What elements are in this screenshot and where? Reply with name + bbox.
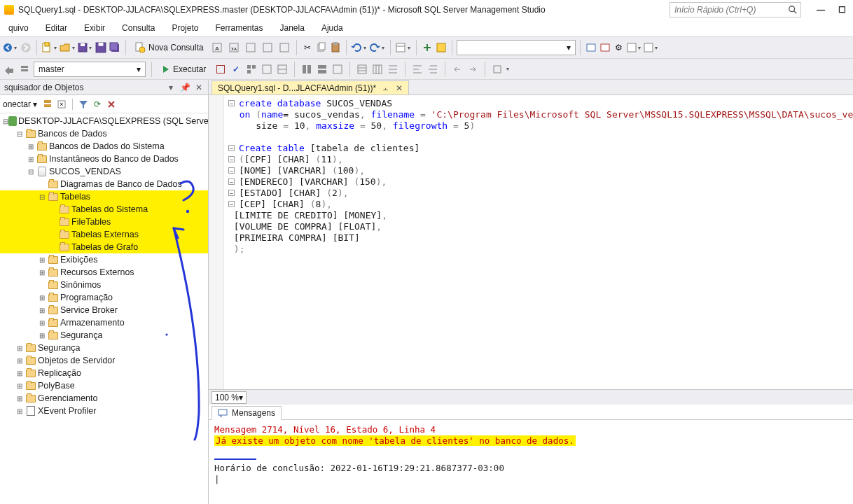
close-icon[interactable]: ✕	[194, 83, 204, 92]
tree-item[interactable]: Tabelas do Sistema	[0, 203, 208, 216]
undo-dd[interactable]: ▾	[351, 43, 368, 52]
tree-item[interactable]: FileTables	[0, 216, 208, 228]
tb-icon[interactable]	[371, 63, 384, 76]
tb-icon[interactable]	[491, 63, 504, 76]
cut-icon[interactable]: ✂	[301, 41, 314, 54]
minimize-button[interactable]: —	[817, 6, 825, 14]
paste-icon[interactable]	[329, 41, 342, 54]
menu-item[interactable]: Consulta	[115, 21, 162, 35]
tree-item[interactable]: Diagramas de Banco de Dados	[0, 178, 208, 190]
tree-item[interactable]: Tabelas de Grafo	[0, 241, 208, 253]
tb-icon[interactable]	[421, 41, 434, 54]
panel-dd-icon[interactable]: ▾	[166, 83, 176, 92]
menu-item[interactable]: Ferramentas	[208, 21, 270, 35]
tree-item[interactable]: ⊞Objetos de Servidor	[0, 354, 208, 367]
tree-item-tabelas[interactable]: ⊟Tabelas	[0, 190, 208, 203]
copy-icon[interactable]	[315, 41, 328, 54]
tree-item[interactable]: ⊞Service Broker	[0, 304, 208, 316]
tb-dd[interactable]: ▾	[644, 43, 659, 52]
messages-panel[interactable]: Mensagem 2714, Nível 16, Estado 6, Linha…	[209, 420, 853, 504]
refresh-icon[interactable]: ⟳	[91, 98, 104, 111]
tb-icon[interactable]	[277, 41, 292, 54]
tb-icon[interactable]	[260, 41, 275, 54]
quick-launch[interactable]	[670, 2, 801, 18]
tb-icon[interactable]	[261, 63, 273, 76]
tb-icon[interactable]	[41, 98, 54, 111]
redo-dd[interactable]: ▾	[369, 43, 386, 52]
tree-item[interactable]: ⊞Gerenciamento	[0, 392, 208, 405]
tb-icon[interactable]	[3, 63, 15, 76]
tb-icon[interactable]	[585, 41, 597, 54]
tree[interactable]: ⊟DESKTOP-JJLACFA\SQLEXPRESS (SQL Server …	[0, 113, 208, 504]
tree-item[interactable]: Tabelas Externas	[0, 228, 208, 241]
editor-tab[interactable]: SQLQuery1.sql - D...JLACFA\Admin (51))* …	[211, 80, 409, 94]
code-editor[interactable]: −create database SUCOS_VENDAS on (name= …	[209, 95, 853, 389]
find-combo[interactable]: ▾	[457, 40, 576, 55]
tb-icon[interactable]	[426, 63, 439, 76]
menu-item[interactable]: quivo	[1, 21, 36, 35]
results-tab-mensagens[interactable]: Mensagens	[211, 406, 282, 420]
menu-item[interactable]: Editar	[39, 21, 74, 35]
tb-icon[interactable]	[243, 41, 258, 54]
tb-icon[interactable]	[387, 63, 399, 76]
tree-item[interactable]: ⊟SUCOS_VENDAS	[0, 165, 208, 178]
pin-icon[interactable]: ⫠	[382, 83, 390, 93]
tb-icon[interactable]	[245, 63, 258, 76]
zoom-select[interactable]: 100 % ▾	[211, 391, 247, 404]
tb-icon[interactable]	[599, 41, 611, 54]
tb-icon[interactable]	[316, 63, 328, 76]
tree-item[interactable]: ⊞Instantâneos do Banco de Dados	[0, 153, 208, 165]
pin-icon[interactable]: 📌	[180, 83, 190, 92]
tb-icon[interactable]	[356, 63, 368, 76]
tree-server[interactable]: ⊟DESKTOP-JJLACFA\SQLEXPRESS (SQL Server …	[0, 115, 208, 127]
tb-icon[interactable]	[435, 41, 448, 54]
tree-item[interactable]: ⊞PolyBase	[0, 379, 208, 392]
tb-icon[interactable]	[276, 63, 289, 76]
tb-icon[interactable]	[411, 63, 424, 76]
tb-icon[interactable]: xᴀ	[226, 41, 242, 54]
tb-dd[interactable]: ▾	[395, 42, 412, 53]
tb-dd[interactable]: ▾	[627, 43, 642, 52]
menu-item[interactable]: Janela	[273, 21, 312, 35]
tree-item[interactable]: ⊞Exibições	[0, 253, 208, 266]
tree-item[interactable]: ⊞Segurança	[0, 329, 208, 342]
tree-item[interactable]: ⊟Bancos de Dados	[0, 127, 208, 140]
executar-button[interactable]: Executar	[158, 63, 211, 76]
tree-item[interactable]: ⊞Bancos de Dados do Sistema	[0, 140, 208, 153]
tb-icon[interactable]: A	[209, 41, 225, 54]
connect-label[interactable]: onectar ▾	[3, 99, 37, 109]
tree-item[interactable]: ⊞Programação	[0, 291, 208, 304]
maximize-button[interactable]: ☐	[838, 6, 846, 14]
tree-item[interactable]: Sinônimos	[0, 279, 208, 291]
save-button[interactable]	[95, 41, 107, 54]
forward-button[interactable]	[20, 41, 32, 54]
tb-icon[interactable]	[105, 98, 118, 111]
tb-icon[interactable]	[466, 63, 479, 76]
tb-icon[interactable]	[300, 63, 313, 76]
tb-icon[interactable]	[451, 63, 464, 76]
menu-item[interactable]: Exibir	[77, 21, 112, 35]
stop-button[interactable]	[214, 63, 227, 76]
tb-icon[interactable]	[331, 63, 344, 76]
save-all-button[interactable]	[109, 41, 121, 54]
settings-icon[interactable]: ⚙	[613, 41, 625, 54]
close-icon[interactable]: ✕	[396, 83, 403, 93]
filter-icon[interactable]	[77, 98, 90, 111]
open-dd[interactable]: ▾	[60, 42, 76, 53]
quick-launch-input[interactable]	[673, 4, 785, 15]
tree-item[interactable]: ⊞Recursos Externos	[0, 266, 208, 279]
database-combo[interactable]: master ▾	[34, 62, 146, 77]
parse-button[interactable]: ✓	[230, 63, 242, 76]
tree-item[interactable]: ⊞Armazenamento	[0, 316, 208, 329]
tb-icon[interactable]: ×	[55, 98, 68, 111]
back-button[interactable]: ▾	[3, 43, 18, 52]
tb-icon[interactable]	[18, 63, 31, 76]
tree-item[interactable]: ⊞Segurança	[0, 342, 208, 354]
menu-item[interactable]: Projeto	[165, 21, 205, 35]
menu-item[interactable]: Ajuda	[314, 21, 350, 35]
tree-item[interactable]: ⊞XEvent Profiler	[0, 405, 208, 417]
tree-item[interactable]: ⊞Replicação	[0, 367, 208, 379]
save-dd[interactable]: ▾	[78, 43, 93, 52]
nova-consulta-button[interactable]: ⚡ Nova Consulta	[130, 41, 208, 55]
new-query-dd[interactable]: ▾	[41, 42, 58, 53]
